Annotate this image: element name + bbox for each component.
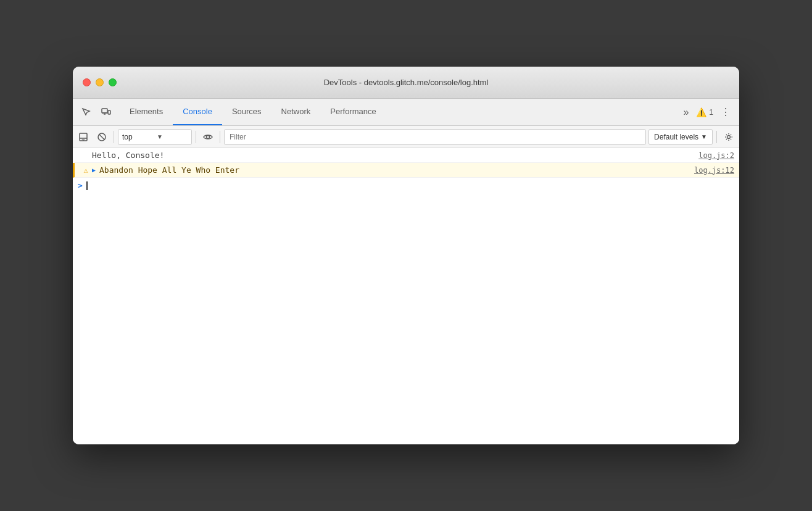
toolbar-divider (114, 131, 114, 143)
console-warning-text: Abandon Hope All Ye Who Enter (99, 165, 239, 175)
tabs-list: Elements Console Sources Network Perform… (120, 99, 677, 125)
row-icon-placeholder (80, 151, 92, 151)
console-log-text: Hello, Console! (92, 151, 164, 160)
minimize-button[interactable] (96, 78, 104, 86)
console-settings-button[interactable] (721, 129, 737, 145)
tab-network[interactable]: Network (271, 99, 321, 125)
devtools-panel: Elements Console Sources Network Perform… (73, 99, 739, 444)
devtools-menu-button[interactable]: ⋮ (717, 106, 734, 118)
toolbar-divider-3 (220, 131, 220, 143)
show-drawer-button[interactable] (75, 129, 91, 145)
svg-rect-1 (108, 110, 110, 114)
tab-elements[interactable]: Elements (120, 99, 173, 125)
warning-icon: ⚠️ (696, 107, 706, 117)
toolbar-divider-2 (196, 131, 196, 143)
tab-console[interactable]: Console (173, 99, 222, 125)
maximize-button[interactable] (109, 78, 117, 86)
console-log-link[interactable]: log.js:2 (698, 151, 734, 160)
warning-triangle-icon: ⚠ (83, 166, 88, 175)
console-log-row: Hello, Console! log.js:2 (73, 148, 739, 163)
console-warning-link[interactable]: log.js:12 (694, 166, 734, 175)
console-cursor (86, 181, 88, 190)
tabs-left-icons (78, 104, 115, 121)
warning-row-icon: ⚠ (80, 165, 92, 175)
window-title: DevTools - devtools.glitch.me/console/lo… (324, 78, 489, 87)
svg-point-10 (727, 135, 731, 138)
warning-badge[interactable]: ⚠️ 1 (696, 107, 713, 117)
tab-sources[interactable]: Sources (222, 99, 271, 125)
close-button[interactable] (83, 78, 91, 86)
devtools-window: DevTools - devtools.glitch.me/console/lo… (73, 67, 739, 444)
tab-performance[interactable]: Performance (320, 99, 386, 125)
device-toolbar-button[interactable] (97, 104, 115, 121)
svg-point-9 (207, 135, 210, 138)
toolbar-divider-4 (716, 131, 717, 143)
expand-arrow-icon[interactable]: ▶ (92, 167, 96, 173)
console-prompt-symbol: > (78, 181, 83, 190)
inspect-element-button[interactable] (78, 104, 95, 121)
log-levels-button[interactable]: Default levels ▼ (648, 129, 713, 145)
context-selector[interactable]: top ▼ (118, 129, 192, 145)
console-log-content: Hello, Console! log.js:2 (92, 151, 734, 160)
live-expressions-button[interactable] (200, 129, 216, 145)
console-warning-content: ▶ Abandon Hope All Ye Who Enter log.js:1… (92, 165, 734, 175)
traffic-lights (83, 78, 117, 86)
console-output: Hello, Console! log.js:2 ⚠ ▶ Abandon Hop… (73, 148, 739, 444)
clear-console-button[interactable] (94, 129, 110, 145)
more-tabs-button[interactable]: » (679, 107, 692, 118)
console-input-row[interactable]: > (73, 178, 739, 193)
tabs-bar: Elements Console Sources Network Perform… (73, 99, 739, 126)
console-warning-row: ⚠ ▶ Abandon Hope All Ye Who Enter log.js… (73, 163, 739, 178)
titlebar: DevTools - devtools.glitch.me/console/lo… (73, 67, 739, 99)
filter-input[interactable] (224, 129, 646, 145)
console-toolbar: top ▼ Default levels ▼ (73, 126, 739, 148)
tabs-right: » ⚠️ 1 ⋮ (679, 106, 734, 118)
svg-line-8 (99, 135, 104, 139)
svg-rect-0 (102, 109, 107, 113)
